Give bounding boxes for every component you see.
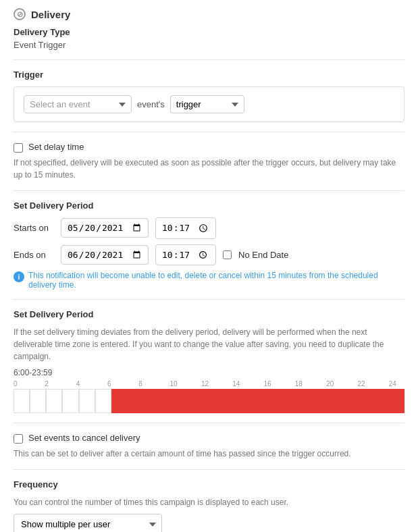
set-delay-label: Set delay time: [28, 142, 84, 152]
axis-19: [311, 380, 326, 388]
time-bar-19: [323, 389, 339, 413]
time-bar-3: [62, 389, 78, 413]
time-bar-20: [340, 389, 356, 413]
starts-on-row: Starts on: [14, 217, 404, 239]
axis-18: 18: [295, 380, 311, 388]
axis-4: 4: [76, 380, 92, 388]
cancel-delivery-hint: This can be set to deliver after a certa…: [14, 448, 404, 460]
delivery-period-2-label: Set Delivery Period: [14, 309, 404, 319]
set-delay-row: Set delay time: [14, 142, 404, 153]
axis-10: 10: [170, 380, 186, 388]
axis-13: [217, 380, 232, 388]
delivery-type-value: Event Trigger: [14, 40, 404, 50]
no-end-date-label: No End Date: [238, 250, 288, 260]
info-row: i This notification will become unable t…: [14, 271, 404, 290]
time-range-label: 6:00-23:59: [14, 368, 404, 377]
axis-20: 20: [326, 380, 342, 388]
time-bar-18: [307, 389, 323, 413]
axis-7: [123, 380, 138, 388]
time-bar-1: [30, 389, 46, 413]
delivery-period-2-desc: If the set delivery timing deviates from…: [14, 326, 404, 363]
page-header: ⊘ Delivery: [14, 8, 404, 20]
frequency-label: Frequency: [14, 479, 404, 489]
ends-time-input[interactable]: [155, 244, 216, 266]
delivery-type-section: Delivery Type Event Trigger: [14, 27, 404, 50]
starts-date-input[interactable]: [61, 218, 149, 238]
set-delay-checkbox[interactable]: [14, 143, 23, 153]
time-bar-15: [258, 389, 274, 413]
ends-date-input[interactable]: [61, 245, 149, 265]
divider-6: [14, 469, 404, 470]
time-bar-2: [46, 389, 62, 413]
axis-2: 2: [45, 380, 60, 388]
axis-3: [60, 380, 76, 388]
axis-21: [342, 380, 357, 388]
frequency-desc: You can control the number of times this…: [14, 496, 404, 508]
ends-on-row: Ends on No End Date: [14, 244, 404, 266]
cancel-delivery-label: Set events to cancel delivery: [28, 433, 140, 443]
delivery-icon: ⊘: [14, 8, 26, 20]
frequency-select[interactable]: Show multiple per user Show once per use…: [14, 514, 162, 532]
delivery-period-1-section: Set Delivery Period Starts on Ends on No…: [14, 201, 404, 290]
page-title: Delivery: [31, 9, 70, 20]
time-bar-4: [79, 389, 95, 413]
event-select[interactable]: Select an event: [24, 95, 132, 113]
axis-6: 6: [107, 380, 123, 388]
axis-24: 24: [389, 380, 404, 388]
no-end-date-checkbox[interactable]: [223, 250, 232, 259]
time-bar-13: [226, 389, 242, 413]
time-bar-14: [242, 389, 258, 413]
time-bar-0: [14, 389, 30, 413]
time-bar-8: [144, 389, 160, 413]
axis-0: 0: [14, 380, 29, 388]
time-bars: [14, 389, 404, 413]
time-bar-17: [290, 389, 307, 413]
trigger-select[interactable]: trigger: [170, 95, 244, 113]
delivery-type-label: Delivery Type: [14, 27, 404, 37]
axis-1: [29, 380, 45, 388]
time-bar-5: [95, 389, 111, 413]
axis-12: 12: [201, 380, 217, 388]
trigger-section: Trigger Select an event event's trigger: [14, 70, 404, 122]
time-bar-22: [372, 389, 388, 413]
time-bar-7: [128, 389, 144, 413]
axis-16: 16: [264, 380, 280, 388]
time-bar-6: [111, 389, 128, 413]
frequency-section: Frequency You can control the number of …: [14, 479, 404, 532]
divider-1: [14, 59, 404, 60]
cancel-delivery-checkbox[interactable]: [14, 434, 23, 444]
time-bar-11: [192, 389, 209, 413]
divider-3: [14, 190, 404, 191]
time-bar-12: [209, 389, 226, 413]
starts-time-input[interactable]: [155, 217, 216, 239]
delivery-period-1-label: Set Delivery Period: [14, 201, 404, 211]
trigger-label: Trigger: [14, 70, 404, 80]
axis-17: [280, 380, 295, 388]
info-text: This notification will become unable to …: [28, 271, 404, 290]
page-container: ⊘ Delivery Delivery Type Event Trigger T…: [0, 0, 418, 532]
divider-2: [14, 132, 404, 132]
time-bar-23: [388, 389, 404, 413]
time-bar-16: [274, 389, 290, 413]
time-bar-9: [160, 389, 176, 413]
axis-5: [92, 380, 107, 388]
axis-11: [186, 380, 201, 388]
trigger-box: Select an event event's trigger: [14, 86, 404, 122]
cancel-delivery-row: Set events to cancel delivery: [14, 433, 404, 444]
divider-4: [14, 299, 404, 300]
axis-15: [248, 380, 263, 388]
delivery-period-2-section: Set Delivery Period If the set delivery …: [14, 309, 404, 413]
cancel-delivery-section: Set events to cancel delivery This can b…: [14, 433, 404, 460]
axis-9: [154, 380, 169, 388]
starts-on-label: Starts on: [14, 223, 54, 233]
time-bar-10: [176, 389, 192, 413]
divider-5: [14, 423, 404, 423]
event-connector: event's: [137, 99, 165, 109]
axis-8: 8: [138, 380, 154, 388]
axis-14: 14: [232, 380, 248, 388]
time-bar-21: [356, 389, 372, 413]
set-delay-section: Set delay time If not specified, deliver…: [14, 142, 404, 181]
info-icon: i: [14, 271, 24, 282]
time-chart: 0 2 4 6 8 10 12 14 16 18 20: [14, 380, 404, 413]
time-axis: 0 2 4 6 8 10 12 14 16 18 20: [14, 380, 404, 388]
